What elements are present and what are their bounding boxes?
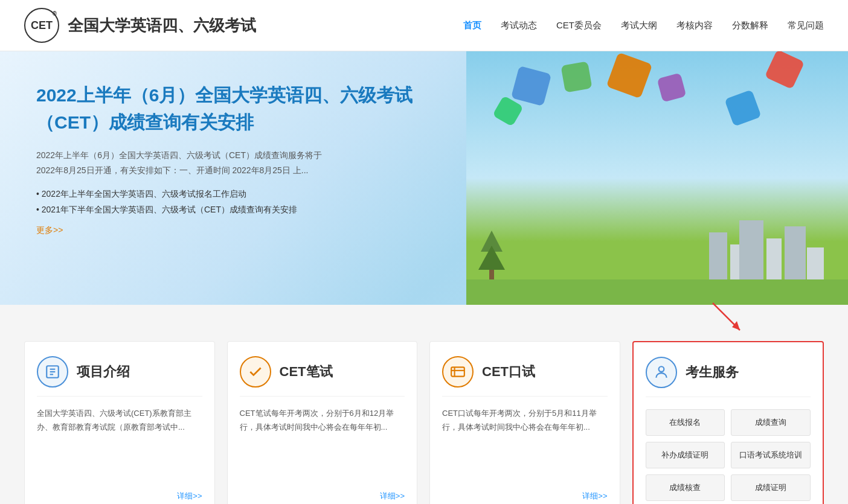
card-title-written: CET笔试	[280, 363, 333, 381]
banner-section: 2022上半年（6月）全国大学英语四、六级考试（CET）成绩查询有关安排 202…	[0, 51, 848, 305]
card-icon-written	[240, 356, 271, 388]
detail-link-oral[interactable]: 详细>>	[582, 491, 607, 500]
card-footer-oral: 详细>>	[442, 490, 608, 502]
card-service: 考生服务在线报名成绩查询补办成绩证明口语考试系统培训成绩核查成绩证明	[632, 341, 824, 504]
service-btn-在线报名[interactable]: 在线报名	[646, 409, 725, 436]
cet-logo: CET	[24, 8, 59, 43]
banner-content: 2022上半年（6月）全国大学英语四、六级考试（CET）成绩查询有关安排 202…	[0, 51, 466, 305]
card-header-project: 项目介绍	[37, 356, 202, 397]
card-icon-service	[646, 357, 677, 388]
card-header-service: 考生服务	[646, 357, 811, 397]
card-header-oral: CET口试	[442, 356, 608, 397]
red-arrow-icon	[707, 300, 749, 336]
card-title-oral: CET口试	[482, 363, 535, 381]
card-footer-project: 详细>>	[37, 490, 202, 502]
card-oral: CET口试CET口试每年开考两次，分别于5月和11月举行，具体考试时间我中心将会…	[429, 341, 620, 504]
site-title: 全国大学英语四、六级考试	[68, 15, 256, 36]
nav-item-1[interactable]: 考试动态	[501, 20, 537, 31]
banner-illustration	[466, 51, 848, 305]
card-title-service: 考生服务	[686, 363, 739, 381]
card-header-written: CET笔试	[240, 356, 405, 397]
banner-desc: 2022年上半年（6月）全国大学英语四、六级考试（CET）成绩查询服务将于202…	[36, 148, 430, 178]
banner-link-item[interactable]: 2022年上半年全国大学英语四、六级考试报名工作启动	[36, 189, 430, 200]
service-btn-成绩查询[interactable]: 成绩查询	[731, 409, 811, 436]
card-title-project: 项目介绍	[77, 363, 130, 381]
detail-link-project[interactable]: 详细>>	[177, 491, 202, 500]
service-btn-成绩核查[interactable]: 成绩核查	[646, 474, 725, 501]
nav-item-4[interactable]: 考核内容	[676, 20, 713, 31]
logo-area: CET 全国大学英语四、六级考试	[24, 8, 256, 43]
service-btn-补办成绩证明[interactable]: 补办成绩证明	[646, 442, 725, 468]
service-grid: 在线报名成绩查询补办成绩证明口语考试系统培训成绩核查成绩证明	[646, 409, 811, 501]
card-project: 项目介绍全国大学英语四、六级考试(CET)系教育部主办、教育部教育考试院（原教育…	[24, 341, 215, 504]
nav-item-3[interactable]: 考试大纲	[621, 20, 657, 31]
svg-rect-4	[451, 367, 464, 376]
svg-point-7	[658, 366, 664, 372]
cards-section: 项目介绍全国大学英语四、六级考试(CET)系教育部主办、教育部教育考试院（原教育…	[0, 323, 848, 504]
card-icon-oral	[442, 356, 474, 388]
service-btn-成绩证明[interactable]: 成绩证明	[731, 474, 811, 501]
site-header: CET 全国大学英语四、六级考试 首页考试动态CET委员会考试大纲考核内容分数解…	[0, 0, 848, 51]
logo-text: CET	[31, 19, 53, 32]
banner-title: 2022上半年（6月）全国大学英语四、六级考试（CET）成绩查询有关安排	[36, 81, 430, 136]
nav-item-5[interactable]: 分数解释	[732, 20, 768, 31]
service-btn-口语考试系统培训[interactable]: 口语考试系统培训	[731, 442, 811, 468]
main-nav: 首页考试动态CET委员会考试大纲考核内容分数解释常见问题	[463, 20, 824, 31]
nav-item-0[interactable]: 首页	[463, 20, 481, 31]
banner-links: 2022年上半年全国大学英语四、六级考试报名工作启动2021年下半年全国大学英语…	[36, 189, 430, 215]
card-body-written: CET笔试每年开考两次，分别于6月和12月举行，具体考试时间我中心将会在每年年初…	[240, 406, 405, 482]
card-body-oral: CET口试每年开考两次，分别于5月和11月举行，具体考试时间我中心将会在每年年初…	[442, 406, 608, 482]
banner-link-item[interactable]: 2021年下半年全国大学英语四、六级考试（CET）成绩查询有关安排	[36, 205, 430, 215]
card-icon-project	[37, 356, 68, 388]
nav-item-2[interactable]: CET委员会	[556, 20, 602, 31]
card-written: CET笔试CET笔试每年开考两次，分别于6月和12月举行，具体考试时间我中心将会…	[227, 341, 418, 504]
detail-link-written[interactable]: 详细>>	[380, 491, 405, 500]
card-footer-written: 详细>>	[240, 490, 405, 502]
nav-item-6[interactable]: 常见问题	[788, 20, 824, 31]
card-body-project: 全国大学英语四、六级考试(CET)系教育部主办、教育部教育考试院（原教育部考试中…	[37, 406, 202, 482]
more-link[interactable]: 更多>>	[36, 225, 63, 236]
